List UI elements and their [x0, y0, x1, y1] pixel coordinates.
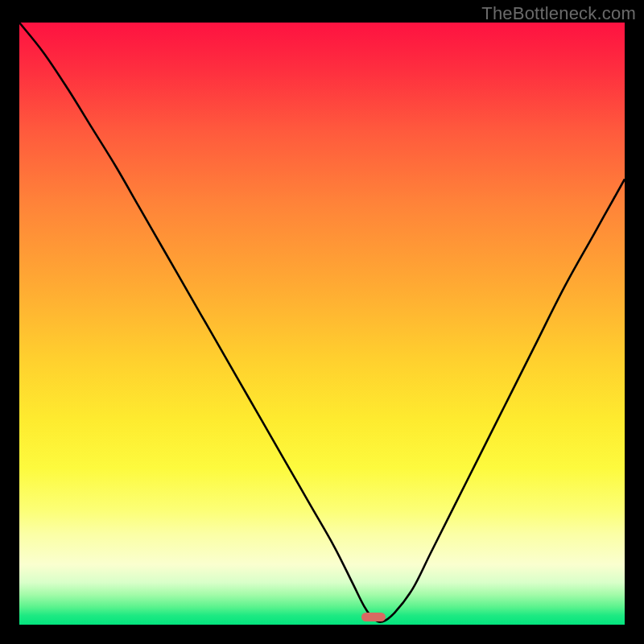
curve-path	[19, 23, 625, 622]
watermark-text: TheBottleneck.com	[481, 3, 636, 24]
bottleneck-curve	[19, 23, 625, 625]
chart-frame: TheBottleneck.com	[0, 0, 644, 644]
plot-area	[19, 23, 625, 625]
min-marker	[361, 613, 386, 621]
